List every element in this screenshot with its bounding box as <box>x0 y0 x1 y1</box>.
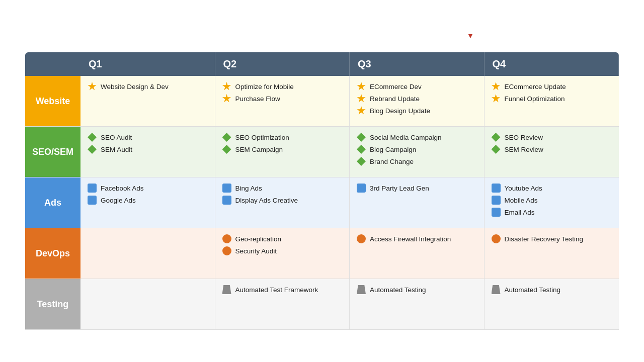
cell-devops-q2: Geo-replicationSecurity Audit <box>215 228 350 279</box>
list-item: Funnel Optimization <box>492 94 612 103</box>
item-text: Display Ads Creative <box>235 197 298 204</box>
list-item: SEO Optimization <box>222 133 343 142</box>
item-text: 3rd Party Lead Gen <box>370 185 429 192</box>
row-label-seosem: SEO/SEM <box>25 127 80 177</box>
icon-square-icon <box>88 184 97 193</box>
item-text: Disaster Recovery Testing <box>505 235 584 243</box>
list-item: Automated Test Framework <box>222 285 343 294</box>
item-text: Youtube Ads <box>505 185 542 192</box>
today-marker: ▼ <box>467 31 474 39</box>
today-arrow: ▼ <box>467 32 474 39</box>
cell-ads-q2: Bing AdsDisplay Ads Creative <box>215 177 350 228</box>
cell-testing-q1 <box>80 279 215 329</box>
list-item: Access Firewall Integration <box>357 234 477 243</box>
icon-diamond-icon <box>357 157 366 166</box>
cell-seosem-q1: SEO AuditSEM Audit <box>80 127 215 177</box>
item-text: Mobile Ads <box>505 197 538 204</box>
icon-square-icon <box>222 196 231 205</box>
row-testing: TestingAutomated Test FrameworkAutomated… <box>25 279 619 330</box>
list-item: Optimize for Mobile <box>222 82 343 91</box>
icon-circle-icon <box>492 234 501 243</box>
icon-square-icon <box>492 184 501 193</box>
list-item: Mobile Ads <box>492 196 612 205</box>
row-label-ads: Ads <box>25 177 80 228</box>
icon-star-icon <box>492 94 501 103</box>
icon-star-icon <box>88 82 97 91</box>
cell-testing-q3: Automated Testing <box>350 279 485 329</box>
icon-star-icon <box>492 82 501 91</box>
icon-diamond-icon <box>492 145 501 154</box>
item-text: Automated Testing <box>370 286 426 294</box>
item-text: Geo-replication <box>235 235 282 243</box>
q4-label: Q4 <box>485 52 619 76</box>
icon-diamond-icon <box>88 145 97 154</box>
icon-square-icon <box>492 208 501 217</box>
roadmap-container: ▼ Q1 Q2 Q3 Q4 WebsiteWebsite Design & De… <box>25 52 619 330</box>
item-text: Funnel Optimization <box>505 95 565 103</box>
icon-square-icon <box>357 184 366 193</box>
cell-website-q4: ECommerce UpdateFunnel Optimization <box>485 76 619 126</box>
row-website: WebsiteWebsite Design & DevOptimize for … <box>25 76 619 127</box>
icon-star-icon <box>357 106 366 115</box>
item-text: SEO Review <box>505 134 543 141</box>
list-item: SEM Campaign <box>222 145 343 154</box>
icon-diamond-icon <box>492 133 501 142</box>
list-item: Rebrand Update <box>357 94 477 103</box>
cell-ads-q3: 3rd Party Lead Gen <box>350 177 485 228</box>
cell-ads-q1: Facebook AdsGoogle Ads <box>80 177 215 228</box>
item-text: Bing Ads <box>235 185 262 192</box>
q1-label: Q1 <box>80 52 215 76</box>
list-item: Security Audit <box>222 246 343 255</box>
list-item: Geo-replication <box>222 234 343 243</box>
item-text: Social Media Campaign <box>370 134 442 141</box>
item-text: Google Ads <box>101 197 136 204</box>
icon-star-icon <box>357 82 366 91</box>
cell-testing-q4: Automated Testing <box>485 279 619 329</box>
item-text: Automated Testing <box>505 286 561 294</box>
row-label-devops: DevOps <box>25 228 80 279</box>
item-text: Security Audit <box>235 247 277 255</box>
quarter-header: Q1 Q2 Q3 Q4 <box>25 52 619 76</box>
row-seosem: SEO/SEMSEO AuditSEM AuditSEO Optimizatio… <box>25 127 619 177</box>
row-devops: DevOpsGeo-replicationSecurity AuditAcces… <box>25 228 619 279</box>
icon-square-icon <box>222 184 231 193</box>
row-label-website: Website <box>25 76 80 126</box>
cell-website-q2: Optimize for MobilePurchase Flow <box>215 76 350 126</box>
item-text: ECommerce Update <box>505 83 566 90</box>
item-text: Website Design & Dev <box>101 83 169 90</box>
item-text: SEM Campaign <box>235 146 283 153</box>
list-item: Automated Testing <box>492 285 612 294</box>
cell-devops-q1 <box>80 228 215 279</box>
list-item: 3rd Party Lead Gen <box>357 184 477 193</box>
item-text: Optimize for Mobile <box>235 83 294 90</box>
icon-bucket-icon <box>357 285 366 294</box>
icon-star-icon <box>222 94 231 103</box>
item-text: ECommerce Dev <box>370 83 422 90</box>
icon-star-icon <box>357 94 366 103</box>
item-text: Email Ads <box>505 209 535 216</box>
row-label-testing: Testing <box>25 279 80 329</box>
cell-testing-q2: Automated Test Framework <box>215 279 350 329</box>
list-item: Brand Change <box>357 157 477 166</box>
icon-diamond-icon <box>88 133 97 142</box>
cell-website-q3: ECommerce DevRebrand UpdateBlog Design U… <box>350 76 485 126</box>
list-item: SEM Audit <box>88 145 208 154</box>
list-item: SEM Review <box>492 145 612 154</box>
cell-ads-q4: Youtube AdsMobile AdsEmail Ads <box>485 177 619 228</box>
list-item: Youtube Ads <box>492 184 612 193</box>
item-text: Access Firewall Integration <box>370 235 451 243</box>
list-item: SEO Audit <box>88 133 208 142</box>
cell-website-q1: Website Design & Dev <box>80 76 215 126</box>
list-item: Social Media Campaign <box>357 133 477 142</box>
icon-square-icon <box>88 196 97 205</box>
item-text: SEO Audit <box>101 134 132 141</box>
icon-circle-icon <box>222 234 231 243</box>
list-item: Blog Design Update <box>357 106 477 115</box>
list-item: Google Ads <box>88 196 208 205</box>
icon-bucket-icon <box>222 285 231 294</box>
list-item: Blog Campaign <box>357 145 477 154</box>
item-text: SEM Review <box>505 146 543 153</box>
item-text: Rebrand Update <box>370 95 420 103</box>
cell-devops-q3: Access Firewall Integration <box>350 228 485 279</box>
icon-diamond-icon <box>357 145 366 154</box>
